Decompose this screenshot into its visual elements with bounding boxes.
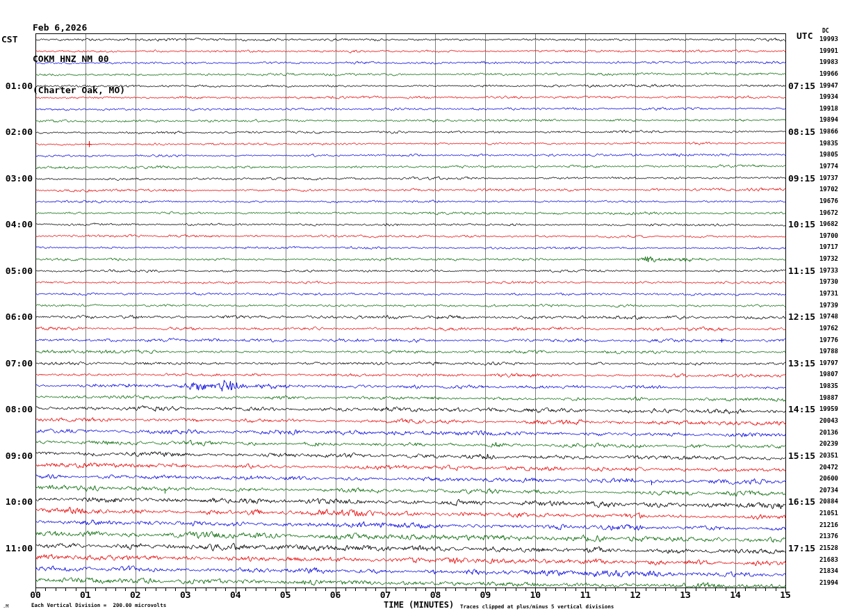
dc-value: 19717 xyxy=(815,244,838,250)
x-axis-tick-label: 00 xyxy=(24,590,47,600)
dc-value: 19730 xyxy=(815,279,838,285)
x-axis-tick-label: 03 xyxy=(174,590,197,600)
dc-value: 19774 xyxy=(815,163,838,170)
x-axis-tick-label: 14 xyxy=(724,590,746,600)
cst-hour-label: 07:00 xyxy=(2,359,33,368)
dc-value: 19672 xyxy=(815,210,838,216)
dc-value: 19739 xyxy=(815,302,838,309)
dc-value: 19776 xyxy=(815,337,838,343)
dc-value: 19700 xyxy=(815,233,838,239)
dc-value: 20239 xyxy=(815,441,838,447)
dc-value: 20734 xyxy=(815,487,838,494)
dc-value: 20136 xyxy=(815,430,838,436)
dc-value: 20472 xyxy=(815,464,838,471)
x-axis-tick-label: 15 xyxy=(774,590,797,600)
dc-value: 19702 xyxy=(815,186,838,193)
dc-column-header: DC xyxy=(822,28,829,34)
x-axis-tick-label: 11 xyxy=(574,590,596,600)
dc-value: 19731 xyxy=(815,291,838,297)
x-axis-tick-label: 12 xyxy=(624,590,646,600)
dc-value: 19762 xyxy=(815,325,838,332)
dc-value: 19966 xyxy=(815,71,838,77)
dc-value: 19732 xyxy=(815,256,838,262)
dc-value: 21216 xyxy=(815,522,838,528)
dc-value: 20351 xyxy=(815,453,838,459)
dc-value: 21683 xyxy=(815,557,838,563)
cst-hour-label: 10:00 xyxy=(2,497,33,506)
cst-hour-label: 03:00 xyxy=(2,174,33,183)
header-station-location: (Charter Oak, MO) xyxy=(33,85,125,95)
dc-value: 19788 xyxy=(815,348,838,355)
dc-value: 20043 xyxy=(815,418,838,424)
header-station-code: COKM HNZ NM 00 xyxy=(33,54,125,64)
x-axis-tick-label: 08 xyxy=(424,590,446,600)
dc-value: 19682 xyxy=(815,221,838,227)
cst-hour-label: 01:00 xyxy=(2,81,33,90)
x-axis-tick-label: 06 xyxy=(325,590,347,600)
dc-value: 19991 xyxy=(815,48,838,54)
dc-value: 19805 xyxy=(815,152,838,158)
x-axis-tick-label: 09 xyxy=(474,590,496,600)
x-axis-tick-label: 04 xyxy=(224,590,247,600)
dc-value: 19797 xyxy=(815,360,838,366)
clip-note: Traces clipped at plus/minus 5 vertical … xyxy=(460,603,614,610)
dc-value: 21051 xyxy=(815,510,838,517)
seismogram-canvas xyxy=(0,0,841,616)
cst-hour-label: 08:00 xyxy=(2,405,33,414)
dc-value: 19737 xyxy=(815,175,838,181)
x-axis-tick-label: 05 xyxy=(275,590,297,600)
cst-hour-label: 09:00 xyxy=(2,451,33,460)
dc-value: 19983 xyxy=(815,59,838,65)
cst-hour-label: 02:00 xyxy=(2,127,33,136)
watermark: .M xyxy=(3,603,8,609)
dc-value: 19947 xyxy=(815,83,838,89)
dc-value: 21376 xyxy=(815,533,838,540)
dc-value: 19835 xyxy=(815,383,838,389)
x-axis-tick-label: 02 xyxy=(124,590,147,600)
x-axis-tick-label: 10 xyxy=(524,590,546,600)
dc-value: 20600 xyxy=(815,476,838,482)
dc-value: 19918 xyxy=(815,106,838,112)
dc-value: 21834 xyxy=(815,568,838,574)
dc-value: 19993 xyxy=(815,36,838,42)
dc-value: 21528 xyxy=(815,545,838,551)
dc-value: 19894 xyxy=(815,117,838,123)
dc-value: 19733 xyxy=(815,268,838,274)
dc-value: 19959 xyxy=(815,406,838,412)
cst-hour-label: 11:00 xyxy=(2,544,33,553)
left-timezone-label: CST xyxy=(1,34,17,44)
dc-value: 19887 xyxy=(815,395,838,401)
cst-hour-label: 05:00 xyxy=(2,266,33,275)
dc-value: 19835 xyxy=(815,140,838,147)
cst-hour-label: 06:00 xyxy=(2,312,33,321)
x-axis-tick-label: 13 xyxy=(674,590,696,600)
x-axis-tick-label: 01 xyxy=(74,590,97,600)
dc-value: 21994 xyxy=(815,580,838,586)
scale-note: Each Vertical Division = 200.00 microvol… xyxy=(31,602,166,608)
dc-value: 19934 xyxy=(815,94,838,100)
dc-value: 20884 xyxy=(815,499,838,505)
cst-hour-label: 04:00 xyxy=(2,220,33,229)
dc-value: 19807 xyxy=(815,371,838,378)
helicorder-page: Feb 6,2026 COKM HNZ NM 00 (Charter Oak, … xyxy=(0,0,841,616)
dc-value: 19748 xyxy=(815,314,838,320)
dc-value: 19676 xyxy=(815,198,838,204)
x-axis-title: TIME (MINUTES) xyxy=(384,600,454,610)
dc-value: 19866 xyxy=(815,129,838,135)
x-axis-tick-label: 07 xyxy=(375,590,397,600)
right-timezone-label: UTC xyxy=(797,31,813,41)
header-date: Feb 6,2026 xyxy=(33,22,125,33)
plot-header: Feb 6,2026 COKM HNZ NM 00 (Charter Oak, … xyxy=(33,1,125,116)
